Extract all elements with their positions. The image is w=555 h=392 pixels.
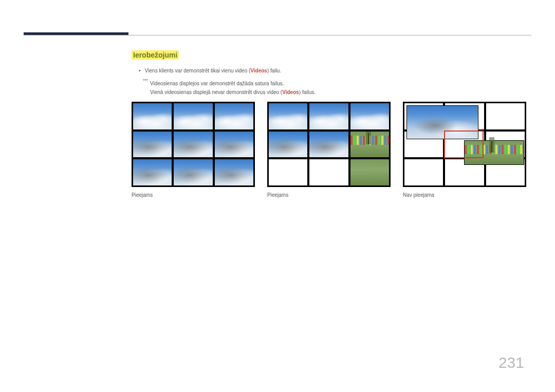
vw-cell (269, 103, 307, 129)
vw-cell (486, 103, 525, 129)
vw-cell (133, 159, 172, 185)
figure-row: Pieejams Pieejams (132, 102, 526, 198)
vw-cell (174, 103, 212, 129)
overlay-video-grass (465, 141, 524, 164)
figure-3: Nav pieejama (403, 102, 526, 198)
vw-cell (309, 132, 348, 158)
figure-1-label: Pieejams (132, 192, 255, 198)
vw-cell (215, 103, 253, 129)
dash-line2-pre: Vienā videosienas displejā nevar demonst… (150, 89, 282, 95)
videowall-grid-2 (267, 102, 391, 187)
section-heading: Ierobežojumi (132, 50, 179, 60)
vw-cell (215, 132, 253, 158)
figure-2: Pieejams (267, 102, 391, 198)
dash-marker (143, 80, 148, 80)
figure-1: Pieejams (132, 102, 255, 198)
vw-cell (350, 159, 389, 185)
videos-brand-2: Videos (282, 89, 299, 95)
videowall-grid-3 (403, 102, 526, 187)
figure-2-label: Pieejams (267, 192, 391, 198)
vw-cell (174, 159, 212, 185)
vw-cell (133, 103, 172, 129)
dash-line1: Videosienas displejos var demonstrēt daž… (150, 81, 284, 86)
videos-brand-1: Videos (250, 68, 267, 73)
vw-cell (404, 159, 443, 185)
vw-cell (309, 103, 348, 129)
vw-cell (350, 132, 389, 158)
videowall-grid-1 (132, 102, 255, 187)
bullet-1-text-post: ) failu. (267, 68, 281, 73)
header-divider (24, 35, 531, 35)
vw-cell (133, 132, 172, 158)
vw-cell (215, 159, 253, 185)
bullet-1-text-pre: Viens klients var demonstrēt tikai vienu… (145, 68, 250, 73)
figure-3-label: Nav pieejama (403, 192, 526, 198)
vw-cell (309, 159, 348, 185)
dash-item: Videosienas displejos var demonstrēt daž… (150, 79, 531, 97)
content-block: Ierobežojumi • Viens klients var demonst… (132, 50, 531, 97)
dash-line2-post: ) failus. (299, 89, 316, 95)
vw-cell (350, 103, 389, 129)
vw-cell (269, 132, 307, 158)
vw-cell (269, 159, 307, 185)
bullet-item-1: • Viens klients var demonstrēt tikai vie… (139, 67, 531, 75)
vw-cell (174, 132, 212, 158)
page-number: 231 (498, 354, 524, 371)
overlay-video-sky (407, 106, 478, 139)
